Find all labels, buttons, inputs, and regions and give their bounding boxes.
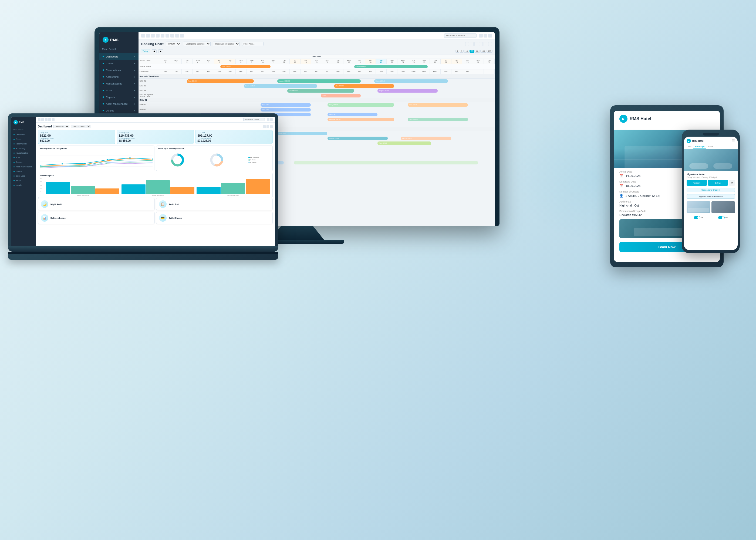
- phone-tab-past[interactable]: Past: [686, 144, 693, 149]
- chart-tool-settings[interactable]: [474, 42, 478, 46]
- booking-jackson-254[interactable]: Jackson 254.00: [327, 137, 388, 140]
- toolbar-action-3[interactable]: [488, 34, 492, 38]
- extras-button[interactable]: Extras: [708, 180, 728, 186]
- booking-rubio[interactable]: Rubio: [321, 94, 361, 97]
- today-button[interactable]: Today: [141, 49, 150, 53]
- dashboard-filter-2[interactable]: Rancho Relax: [71, 125, 91, 128]
- sidebar-item-reports[interactable]: Reports ▶: [99, 94, 139, 100]
- booking-wagner[interactable]: Wagner 700.00: [377, 89, 438, 93]
- booking-allan[interactable]: Allan 500.00: [334, 84, 394, 88]
- quicklink-night-audit[interactable]: 🌙 Night Audit: [38, 198, 155, 210]
- view-30[interactable]: 30: [469, 50, 474, 53]
- lp-toolbar-2[interactable]: [41, 118, 44, 121]
- toolbar-action-1[interactable]: [479, 34, 483, 38]
- booking-room-04[interactable]: Room 04.25: [377, 141, 431, 145]
- lp-toolbar-action-2[interactable]: [270, 118, 273, 121]
- view-14[interactable]: 14: [464, 50, 469, 53]
- lp-sidebar-eom[interactable]: EOM: [11, 155, 36, 160]
- lp-sidebar-sales-lead[interactable]: Sales Lead: [11, 174, 36, 178]
- toolbar-icon-1[interactable]: [141, 34, 145, 38]
- dash-tool-1[interactable]: [263, 125, 266, 128]
- sidebar-item-reservations[interactable]: Reservations ▶: [99, 67, 139, 73]
- toolbar-icon-9[interactable]: [180, 34, 184, 38]
- chart-tool-fullscreen[interactable]: [484, 42, 487, 46]
- booking-hear[interactable]: Hear 380.00: [408, 103, 468, 107]
- dash-tool-3[interactable]: [270, 125, 273, 128]
- sidebar-item-asset-maintenance[interactable]: Asset Maintenance ▶: [99, 100, 139, 107]
- sign-form-button[interactable]: Sign ISMS Declaration Form: [687, 194, 735, 199]
- booking-buchanan[interactable]: Buchanan 400.00: [327, 118, 395, 121]
- lp-sidebar-utilities[interactable]: Utilities: [11, 169, 36, 174]
- booking-jackson[interactable]: Jackson 1125.00: [277, 79, 361, 83]
- sidebar-item-eom[interactable]: EOM ▶: [99, 87, 139, 94]
- view-60[interactable]: 60: [475, 50, 480, 53]
- view-100[interactable]: 100: [480, 50, 486, 53]
- booking-hardy[interactable]: Hardy 0.00: [277, 132, 327, 135]
- sidebar-item-charts[interactable]: Charts ▶: [99, 60, 139, 67]
- dash-tool-2[interactable]: [267, 125, 269, 128]
- toolbar-action-2[interactable]: [484, 34, 487, 38]
- more-options-button[interactable]: ✕: [729, 180, 735, 186]
- lp-sidebar-reports[interactable]: Reports: [11, 160, 36, 165]
- lp-toolbar-4[interactable]: [48, 118, 51, 121]
- chart-tool-calendar[interactable]: [465, 42, 469, 46]
- booking-foster[interactable]: Foster 525.00: [287, 89, 354, 93]
- lp-reservation-search[interactable]: [243, 118, 265, 121]
- toolbar-icon-2[interactable]: [146, 34, 150, 38]
- lp-sidebar-dashboard[interactable]: Dashboard: [11, 132, 36, 137]
- lp-sidebar-asset[interactable]: Asset Maintenance: [11, 165, 36, 169]
- reservation-search-input[interactable]: [444, 34, 476, 38]
- quicklink-debtors-ledger[interactable]: 📊 Debtors Ledger: [38, 212, 155, 224]
- lp-sidebar-setup[interactable]: Setup: [11, 178, 36, 183]
- sidebar-item-accounting[interactable]: Accounting ▶: [99, 73, 139, 80]
- toolbar-icon-5[interactable]: [161, 34, 165, 38]
- sidebar-item-utilities[interactable]: Utilities ▶: [99, 107, 139, 114]
- chart-tool-refresh[interactable]: [479, 42, 483, 46]
- prev-button[interactable]: ◀: [152, 50, 157, 53]
- phone-tab-present[interactable]: Present (2): [693, 144, 706, 149]
- lp-toolbar-5[interactable]: [52, 118, 55, 121]
- toggle-switch-2[interactable]: [718, 216, 725, 219]
- toolbar-icon-7[interactable]: [170, 34, 174, 38]
- booking-coach[interactable]: Coach 1225.00: [244, 84, 317, 88]
- quicklink-daily-charge[interactable]: 💳 Daily Charge: [156, 212, 273, 224]
- toolbar-icon-6[interactable]: [166, 34, 169, 38]
- booking-paris-1[interactable]: Paris 0.00: [261, 103, 311, 107]
- lp-sidebar-charts[interactable]: Charts: [11, 137, 36, 141]
- lp-sidebar-housekeeping[interactable]: Housekeeping: [11, 151, 36, 155]
- toolbar-icon-4[interactable]: [156, 34, 160, 38]
- toggle-switch-1[interactable]: [694, 216, 700, 219]
- phone-toggle-1[interactable]: On: [694, 216, 703, 219]
- area-filter-input[interactable]: [242, 42, 264, 46]
- view-7[interactable]: 7: [460, 50, 463, 53]
- toolbar-icon-3[interactable]: [151, 34, 155, 38]
- toolbar-icon-8[interactable]: [175, 34, 179, 38]
- booking-paris-2[interactable]: Paris 0.00: [261, 108, 311, 111]
- lp-toolbar-action-1[interactable]: [267, 118, 270, 121]
- lp-sidebar-accounting[interactable]: Accounting: [11, 146, 36, 151]
- sidebar-item-dashboard[interactable]: Dashboard ▶: [99, 53, 139, 60]
- next-button[interactable]: ▶: [158, 50, 163, 53]
- booking-paris-3[interactable]: Paris 0.00: [327, 113, 378, 116]
- phone-tab-future[interactable]: Future: [706, 144, 715, 149]
- venue-select[interactable]: RMSU: [166, 42, 181, 46]
- sidebar-item-housekeeping[interactable]: Housekeeping ▶: [99, 80, 139, 87]
- booking-bennett[interactable]: Bennett 150.5: [401, 137, 451, 140]
- chart-tool-filter[interactable]: [470, 42, 473, 46]
- lp-sidebar-loyalty[interactable]: Loyalty: [11, 183, 36, 188]
- booking-room-1325[interactable]: Room 1325.00: [374, 79, 448, 83]
- quicklink-audit-trail[interactable]: 📋 Audit Trail: [156, 198, 273, 210]
- status-filter-select[interactable]: Reservation Status: [213, 42, 240, 46]
- phone-menu-icon[interactable]: ☰: [732, 139, 735, 143]
- lp-toolbar-3[interactable]: [45, 118, 48, 121]
- booking-permanent-2[interactable]: [294, 161, 478, 165]
- lp-sidebar-reservations[interactable]: Reservations: [11, 141, 36, 146]
- lp-toolbar-1[interactable]: [38, 118, 41, 121]
- balance-filter-select[interactable]: Last Name Balance: [183, 42, 210, 46]
- payment-button[interactable]: Payment: [687, 180, 707, 186]
- booking-price[interactable]: Price 234.00: [187, 79, 254, 83]
- view-1[interactable]: 1: [455, 50, 459, 53]
- chart-tool-close[interactable]: [488, 42, 492, 46]
- dashboard-filter-1[interactable]: Financial: [54, 125, 69, 128]
- phone-toggle-2[interactable]: On: [718, 216, 728, 219]
